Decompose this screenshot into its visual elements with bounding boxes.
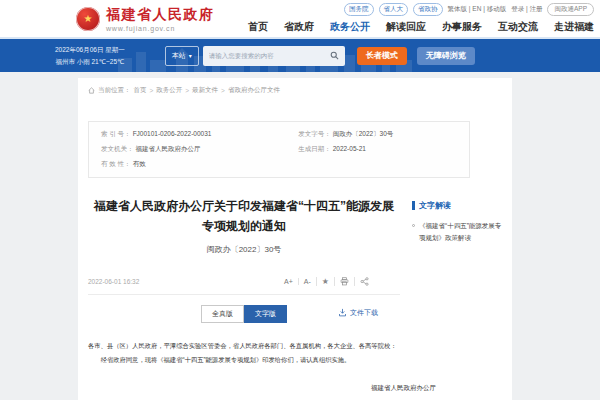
app-badge[interactable]: 闽政通APP [547, 3, 594, 16]
nav-provincial-government[interactable]: 省政府 [284, 20, 314, 34]
nav-home[interactable]: 首页 [248, 20, 268, 34]
utility-links: 国务院 省人大 省政协 繁体版 | EN | 移动版 登录 | 注册 闽政通AP… [344, 3, 594, 16]
breadcrumb: 当前位置： 首页 > 政务公开 > 最新文件 > 省政府办公厅文件 [88, 86, 502, 95]
breadcrumb-current: 省政府办公厅文件 [228, 86, 280, 95]
breadcrumb-latest-docs[interactable]: 最新文件 [192, 86, 218, 95]
article-body: 各市、县（区）人民政府，平潭综合实验区管委会，省人民政府各部门、各直属机构，各大… [88, 339, 400, 368]
document-title: 福建省人民政府办公厅关于印发福建省“十四五”能源发展专项规划的通知 [88, 196, 400, 237]
document-card: 当前位置： 首页 > 政务公开 > 最新文件 > 省政府办公厅文件 索 引 号：… [78, 78, 512, 400]
favorite-button[interactable]: ★ [316, 277, 334, 286]
meta-validity: 有 效 性： 有效 [101, 160, 282, 169]
publish-toolbar-row: 2022-06-01 16:32 A+ A- ★ [88, 277, 400, 295]
tab-text-version[interactable]: 文字版 [244, 305, 287, 323]
breadcrumb-gov-affairs[interactable]: 政务公开 [156, 86, 182, 95]
language-links[interactable]: 繁体版 | EN | 移动版 [448, 5, 507, 14]
search-scope-select[interactable]: 本站 ▾ [165, 46, 199, 66]
link-state-council[interactable]: 国务院 [344, 3, 374, 16]
document-meta-box: 索 引 号： FJ00101-0206-2022-00031 发文机关： 福建省… [88, 121, 470, 178]
main-nav: 首页 省政府 政务公开 解读回应 办事服务 互动交流 走进福建 [248, 20, 594, 34]
star-icon: ★ [322, 277, 329, 286]
meta-index-number: 索 引 号： FJ00101-0206-2022-00031 [101, 130, 282, 139]
signature-org: 福建省人民政府办公厅 [88, 384, 436, 393]
chevron-down-icon: ▾ [189, 52, 192, 59]
search-scope-value: 本站 [172, 51, 186, 61]
date-weather: 2022年06月06日 星期一 福州市 小雨 21℃~25℃ [55, 44, 125, 66]
file-download-link[interactable]: 文件下载 [338, 308, 378, 318]
font-decrease-button[interactable]: A- [298, 278, 316, 285]
nav-interpretation[interactable]: 解读回应 [386, 20, 426, 34]
publish-time: 2022-06-01 16:32 [88, 278, 139, 285]
article-toolbar: A+ A- ★ [279, 277, 374, 286]
site-logo[interactable]: ★ 福建省人民政府 www.fujian.gov.cn [76, 6, 215, 32]
search-field [203, 46, 345, 66]
link-provincial-cppcc[interactable]: 省政协 [413, 3, 443, 16]
bullet-icon [412, 224, 415, 227]
document-number: 闽政办〔2022〕30号 [88, 244, 400, 255]
printer-icon [340, 277, 349, 286]
version-tabs: 全真版 文字版 文件下载 [88, 305, 400, 323]
info-bar: 2022年06月06日 星期一 福州市 小雨 21℃~25℃ 本站 ▾ 长者模式… [0, 39, 600, 72]
breadcrumb-home[interactable]: 首页 [134, 86, 147, 95]
accessibility-button[interactable]: 无障碍浏览 [417, 47, 475, 65]
search-input[interactable] [209, 52, 330, 59]
nav-interaction[interactable]: 互动交流 [498, 20, 538, 34]
meta-document-number: 发文字号： 闽政办〔2022〕30号 [298, 130, 457, 139]
share-icon [360, 277, 369, 286]
elder-mode-button[interactable]: 长者模式 [357, 47, 407, 65]
paragraph: 经省政府同意，现将《福建省“十四五”能源发展专项规划》印发给你们，请认真组织实施… [88, 353, 400, 367]
national-emblem-icon: ★ [76, 7, 100, 31]
meta-generation-date: 生成日期： 2022-05-21 [298, 145, 457, 154]
font-increase-button[interactable]: A+ [279, 278, 298, 285]
breadcrumb-prefix: 当前位置： [98, 86, 131, 95]
search-bar: 本站 ▾ [165, 46, 345, 66]
page-background: 当前位置： 首页 > 政务公开 > 最新文件 > 省政府办公厅文件 索 引 号：… [0, 74, 600, 400]
site-header: ★ 福建省人民政府 www.fujian.gov.cn 国务院 省人大 省政协 … [0, 0, 600, 39]
sidebar-title: 文字解读 [412, 200, 502, 211]
title-accent-bar [412, 201, 415, 210]
search-icon[interactable] [330, 51, 339, 60]
site-url: www.fujian.gov.cn [106, 25, 215, 32]
tab-full-version[interactable]: 全真版 [201, 305, 244, 323]
auth-links[interactable]: 登录 | 注册 [511, 5, 542, 14]
home-icon [88, 87, 95, 94]
share-button[interactable] [354, 277, 374, 286]
weather-info: 福州市 小雨 21℃~25℃ [55, 56, 125, 67]
nav-about-fujian[interactable]: 走进福建 [554, 20, 594, 34]
interpretation-sidebar: 文字解读 《福建省“十四五”能源发展专项规划》政策解读 [412, 188, 502, 400]
article-column: 福建省人民政府办公厅关于印发福建省“十四五”能源发展专项规划的通知 闽政办〔20… [88, 188, 400, 400]
print-button[interactable] [334, 277, 354, 286]
current-date: 2022年06月06日 星期一 [55, 44, 125, 55]
site-title: 福建省人民政府 [106, 6, 215, 24]
link-provincial-congress[interactable]: 省人大 [379, 3, 409, 16]
download-icon [338, 308, 347, 317]
nav-services[interactable]: 办事服务 [442, 20, 482, 34]
paragraph: 各市、县（区）人民政府，平潭综合实验区管委会，省人民政府各部门、各直属机构，各大… [88, 339, 400, 353]
nav-government-affairs[interactable]: 政务公开 [330, 20, 370, 34]
meta-issuing-agency: 发文机关： 福建省人民政府办公厅 [101, 145, 282, 154]
sidebar-item-policy-interpretation[interactable]: 《福建省“十四五”能源发展专项规划》政策解读 [412, 220, 502, 245]
